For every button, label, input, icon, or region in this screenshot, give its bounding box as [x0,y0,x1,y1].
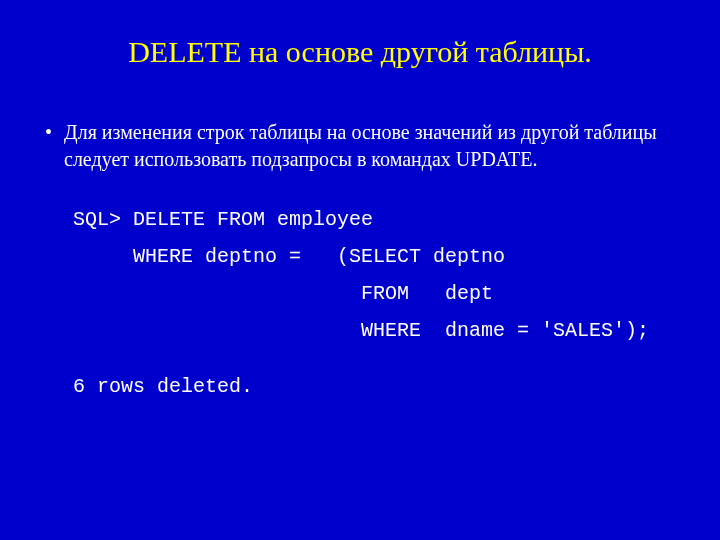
code-line-3: FROM dept [73,282,493,305]
bullet-item: • Для изменения строк таблицы на основе … [45,119,675,173]
code-line-1: SQL> DELETE FROM employee [73,208,373,231]
code-line-4: WHERE dname = 'SALES'); [73,319,649,342]
bullet-text: Для изменения строк таблицы на основе зн… [64,119,675,173]
sql-code-block: SQL> DELETE FROM employee WHERE deptno =… [73,201,675,349]
sql-result: 6 rows deleted. [73,375,675,398]
code-line-2: WHERE deptno = (SELECT deptno [73,245,505,268]
bullet-marker: • [45,119,52,145]
slide-title: DELETE на основе другой таблицы. [45,35,675,69]
